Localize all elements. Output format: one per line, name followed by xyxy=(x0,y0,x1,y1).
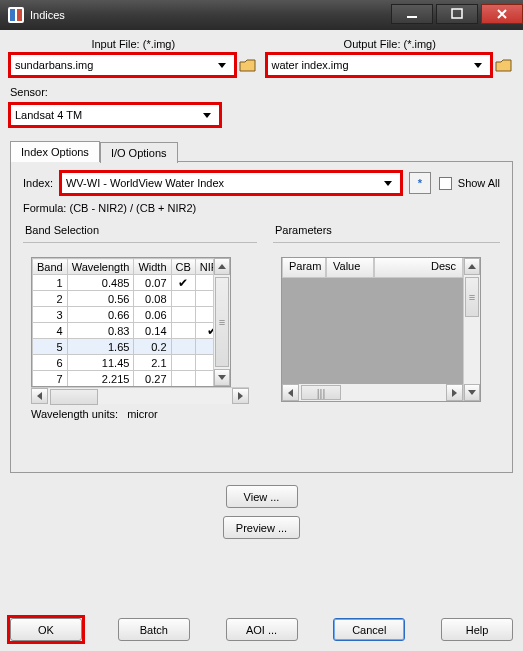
band-selection-title: Band Selection xyxy=(23,224,257,240)
tab-index-options[interactable]: Index Options xyxy=(10,141,100,162)
col-wavelength[interactable]: Wavelength xyxy=(67,259,134,275)
aoi-button[interactable]: AOI ... xyxy=(226,618,298,641)
chevron-down-icon xyxy=(380,175,396,191)
table-row[interactable]: 611.452.1 xyxy=(33,355,214,371)
table-row[interactable]: 30.660.06 xyxy=(33,307,214,323)
index-combo[interactable]: WV-WI - WorldView Water Index xyxy=(61,172,401,194)
svg-rect-2 xyxy=(407,16,417,18)
col-width[interactable]: Width xyxy=(134,259,171,275)
chevron-down-icon xyxy=(214,57,230,73)
output-file-combo[interactable]: water index.img xyxy=(267,54,492,76)
scroll-up-icon[interactable] xyxy=(214,258,230,275)
input-browse-button[interactable] xyxy=(239,56,257,74)
scroll-down-icon[interactable] xyxy=(464,384,480,401)
scroll-thumb-icon[interactable] xyxy=(50,389,98,405)
band-table[interactable]: Band Wavelength Width CB NIR2 10.4850.07… xyxy=(31,257,231,387)
table-row[interactable]: 72.2150.27 xyxy=(33,371,214,387)
app-icon xyxy=(8,7,24,23)
svg-rect-0 xyxy=(10,9,15,21)
col-nir2[interactable]: NIR2 xyxy=(195,259,213,275)
input-file-value: sundarbans.img xyxy=(15,59,93,71)
col-param[interactable]: Param xyxy=(282,258,326,278)
sensor-combo[interactable]: Landsat 4 TM xyxy=(10,104,220,126)
preview-button[interactable]: Preview ... xyxy=(223,516,300,539)
formula-value: (CB - NIR2) / (CB + NIR2) xyxy=(69,202,196,214)
help-button[interactable]: Help xyxy=(441,618,513,641)
col-band[interactable]: Band xyxy=(33,259,68,275)
table-row[interactable]: 51.650.2 xyxy=(33,339,214,355)
param-hscroll[interactable]: ||| xyxy=(282,384,463,401)
chevron-down-icon xyxy=(470,57,486,73)
scroll-thumb-icon[interactable]: ≡ xyxy=(215,277,229,367)
maximize-button[interactable] xyxy=(436,4,478,24)
index-value: WV-WI - WorldView Water Index xyxy=(66,177,224,189)
ok-button[interactable]: OK xyxy=(10,618,82,641)
wavelength-units: Wavelength units: micror xyxy=(31,408,249,420)
chevron-down-icon xyxy=(199,107,215,123)
titlebar: Indices xyxy=(0,0,523,30)
parameters-empty-area xyxy=(282,278,463,384)
output-file-value: water index.img xyxy=(272,59,349,71)
tabstrip: Index Options I/O Options xyxy=(10,140,513,161)
show-all-label: Show All xyxy=(458,177,500,189)
index-label: Index: xyxy=(23,177,53,189)
output-file-label: Output File: (*.img) xyxy=(344,38,436,50)
batch-button[interactable]: Batch xyxy=(118,618,190,641)
scroll-down-icon[interactable] xyxy=(214,369,230,386)
sensor-label: Sensor: xyxy=(10,86,513,98)
band-hscroll[interactable] xyxy=(31,387,249,404)
scroll-thumb-icon[interactable]: ||| xyxy=(301,385,341,400)
scroll-thumb-icon[interactable]: ≡ xyxy=(465,277,479,317)
band-vscroll[interactable]: ≡ xyxy=(213,258,230,386)
scroll-left-icon[interactable] xyxy=(282,384,299,401)
close-button[interactable] xyxy=(481,4,523,24)
input-file-combo[interactable]: sundarbans.img xyxy=(10,54,235,76)
param-vscroll[interactable]: ≡ xyxy=(463,258,480,401)
col-cb[interactable]: CB xyxy=(171,259,195,275)
col-value[interactable]: Value xyxy=(326,258,374,278)
table-row[interactable]: 10.4850.07✔ xyxy=(33,275,214,291)
tab-io-options[interactable]: I/O Options xyxy=(100,142,178,163)
scroll-right-icon[interactable] xyxy=(446,384,463,401)
formula-row: Formula: (CB - NIR2) / (CB + NIR2) xyxy=(23,202,500,214)
svg-rect-3 xyxy=(452,9,462,18)
window-controls xyxy=(391,6,523,24)
scroll-right-icon[interactable] xyxy=(232,388,249,404)
cancel-button[interactable]: Cancel xyxy=(333,618,405,641)
show-all-checkbox[interactable]: Show All xyxy=(439,177,500,190)
table-row[interactable]: 40.830.14✔ xyxy=(33,323,214,339)
checkbox-icon xyxy=(439,177,452,190)
parameters-title: Parameters xyxy=(273,224,500,240)
output-browse-button[interactable] xyxy=(495,56,513,74)
tab-body: Index: WV-WI - WorldView Water Index * S… xyxy=(10,161,513,473)
formula-label: Formula: xyxy=(23,202,66,214)
svg-rect-1 xyxy=(17,9,22,21)
col-desc[interactable]: Desc xyxy=(374,258,463,278)
parameters-table[interactable]: Param Value Desc ||| xyxy=(281,257,481,402)
window-title: Indices xyxy=(30,9,65,21)
scroll-left-icon[interactable] xyxy=(31,388,48,404)
sensor-value: Landsat 4 TM xyxy=(15,109,82,121)
view-button[interactable]: View ... xyxy=(226,485,298,508)
input-file-label: Input File: (*.img) xyxy=(91,38,175,50)
table-row[interactable]: 20.560.08 xyxy=(33,291,214,307)
minimize-button[interactable] xyxy=(391,4,433,24)
asterisk-button[interactable]: * xyxy=(409,172,431,194)
scroll-up-icon[interactable] xyxy=(464,258,480,275)
